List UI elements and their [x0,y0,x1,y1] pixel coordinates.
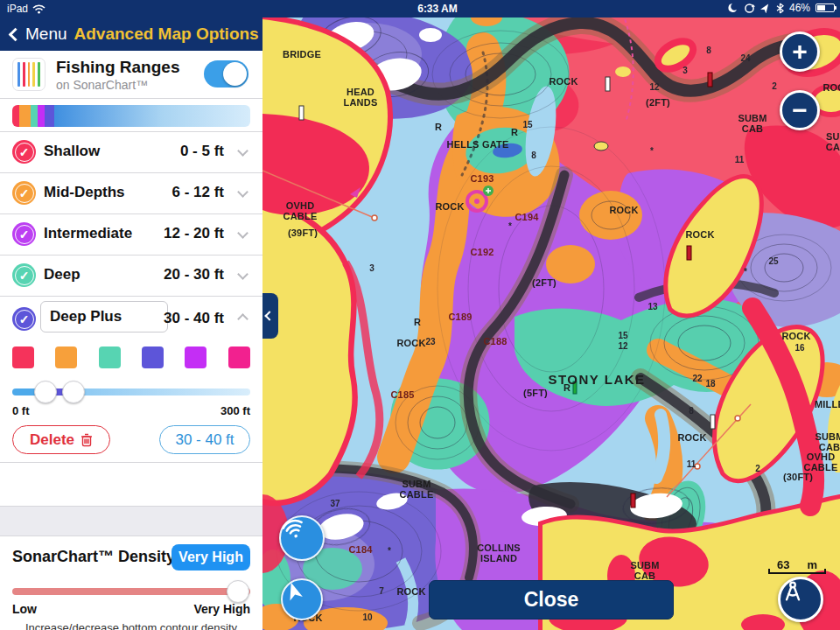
range-values: 6 - 12 ft [172,184,224,201]
color-swatch[interactable] [55,346,77,368]
density-slider[interactable] [12,588,250,595]
chevron-left-icon [264,311,274,320]
scale-bracket [768,569,826,574]
color-swatch[interactable] [99,346,121,368]
fishing-ranges-icon [12,58,46,91]
fishing-ranges-title: Fishing Ranges [56,58,179,77]
range-name: Shallow [44,143,100,160]
delete-label: Delete [30,431,74,449]
battery-icon [816,4,835,12]
sonar-chart-map[interactable]: BRIDGEHEAD LANDSROCK(2FT)ROCKSUBM CABSUB… [262,0,840,630]
range-pill-label: 30 - 40 ft [175,431,234,449]
density-title: SonarChart™ Density [12,548,175,566]
route-distance-button[interactable] [778,577,823,622]
fishing-ranges-row: Fishing Ranges on SonarChart™ [0,51,262,98]
chevron-down-icon[interactable] [237,186,248,198]
advanced-map-options-panel: Fishing Ranges on SonarChart™ ✓ Shallow … [0,51,262,630]
screen: BRIDGEHEAD LANDSROCK(2FT)ROCKSUBM CABSUB… [0,0,840,630]
sonar-chart-svg [262,0,840,630]
orientation-lock-icon [744,3,755,14]
range-values: 0 - 5 ft [180,143,224,160]
range-name: Deep [44,266,80,284]
panel-collapse-tab[interactable] [262,293,278,339]
locate-me-button[interactable] [281,578,323,620]
range-row-intermediate[interactable]: ✓ Intermediate 12 - 20 ft [0,214,262,255]
density-value-button[interactable]: Very High [172,544,250,570]
status-bar: iPad 6:33 AM 46% [0,0,840,18]
range-row-mid-depths[interactable]: ✓ Mid-Depths 6 - 12 ft [0,172,262,214]
page-title: Advanced Map Options [74,24,259,44]
close-button[interactable]: Close [429,580,674,620]
depth-gradient-bar [12,105,250,127]
range-values: 30 - 40 ft [164,310,224,327]
range-name: Mid-Depths [44,184,125,201]
zoom-in-button[interactable]: + [780,32,820,72]
chevron-up-icon[interactable] [237,313,248,325]
menu-back-button[interactable]: Menu [25,24,67,44]
add-range-row[interactable]: + Add range [0,462,262,506]
range-check-icon[interactable]: ✓ [12,307,36,331]
back-chevron-icon[interactable] [9,27,23,41]
color-swatch[interactable] [142,346,164,368]
fishing-ranges-subtitle: on SonarChart™ [56,78,148,92]
range-name: Intermediate [44,225,132,242]
chevron-down-icon[interactable] [237,269,248,280]
color-swatch[interactable] [185,346,206,368]
zoom-out-button[interactable]: − [780,90,820,130]
nav-header: Menu Advanced Map Options [0,18,262,51]
chevron-down-icon[interactable] [237,145,248,157]
slider-min-label: 0 ft [12,404,30,417]
sonar-icon [281,517,307,543]
range-check-icon[interactable]: ✓ [12,140,36,164]
divider-compass-icon [780,579,805,604]
range-values: 12 - 20 ft [164,225,224,242]
clock: 6:33 AM [0,3,840,15]
sonar-layer-button[interactable] [279,515,325,561]
bluetooth-icon [776,3,784,14]
slider-handle-min[interactable] [34,381,57,403]
density-hint: Increase/decrease bottom contour density [0,621,262,630]
slider-handle-max[interactable] [62,381,85,403]
chevron-down-icon[interactable] [237,228,248,239]
range-values-pill[interactable]: 30 - 40 ft [159,425,250,454]
do-not-disturb-moon-icon [728,3,738,13]
range-check-icon[interactable]: ✓ [12,181,36,205]
density-min-label: Low [12,602,37,616]
section-spacer [0,506,262,536]
slider-max-label: 300 ft [220,404,250,417]
range-name-input[interactable] [40,301,168,332]
plus-icon: + [792,37,808,66]
map-scale: 63 m [768,558,826,574]
delete-range-button[interactable]: Delete [12,425,110,454]
range-check-icon[interactable]: ✓ [12,222,36,246]
location-services-icon [760,3,771,13]
density-max-label: Very High [193,602,250,616]
color-swatch[interactable] [228,346,250,368]
range-values: 20 - 30 ft [164,266,224,284]
minus-icon: − [792,95,808,124]
color-swatch[interactable] [12,346,34,368]
trash-icon [80,433,93,447]
battery-percent: 46% [789,2,810,14]
range-row-deep-plus[interactable]: ✓ 30 - 40 ft [0,296,262,341]
range-row-deep[interactable]: ✓ Deep 20 - 30 ft [0,255,262,296]
navigation-arrow-icon [283,580,305,603]
range-check-icon[interactable]: ✓ [12,263,36,287]
range-row-shallow[interactable]: ✓ Shallow 0 - 5 ft [0,131,262,172]
fishing-ranges-toggle[interactable] [204,60,248,88]
density-slider-handle[interactable] [227,580,249,603]
toggle-knob [223,62,247,86]
